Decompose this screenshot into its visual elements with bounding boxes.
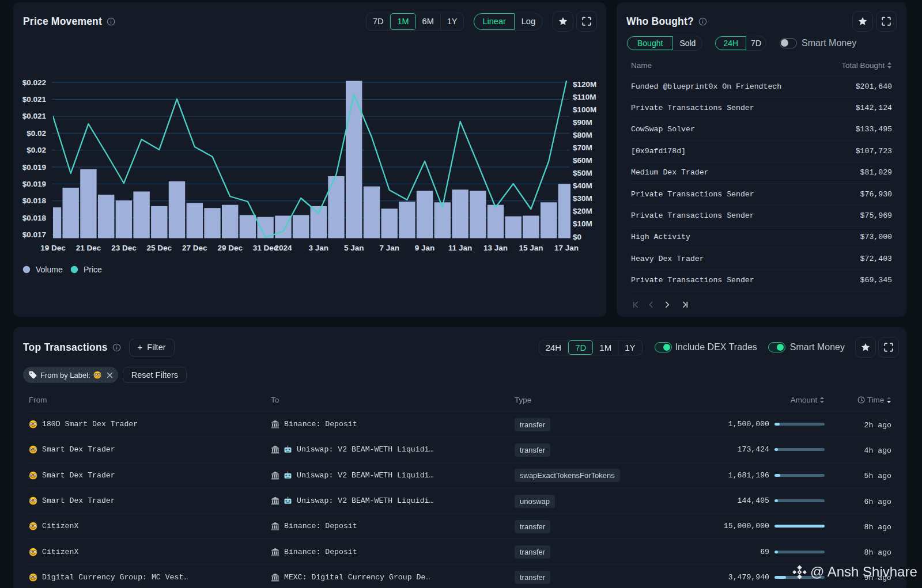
svg-text:$50M: $50M	[573, 169, 592, 177]
svg-text:$0: $0	[573, 233, 581, 241]
svg-text:$80M: $80M	[573, 131, 592, 139]
svg-text:13 Jan: 13 Jan	[483, 244, 508, 252]
svg-text:$30M: $30M	[573, 194, 592, 203]
svg-text:Volume: Volume	[36, 265, 63, 274]
svg-text:17 Jan: 17 Jan	[554, 244, 579, 252]
svg-text:19 Dec: 19 Dec	[40, 244, 66, 252]
svg-text:$0.017: $0.017	[22, 230, 46, 239]
svg-text:$0.019: $0.019	[22, 180, 46, 188]
svg-text:$0.019: $0.019	[22, 163, 46, 172]
svg-text:11 Jan: 11 Jan	[448, 244, 472, 252]
svg-text:$0.02: $0.02	[27, 146, 46, 154]
svg-text:5 Jan: 5 Jan	[344, 244, 364, 252]
svg-text:7 Jan: 7 Jan	[379, 244, 399, 252]
svg-text:29 Dec: 29 Dec	[217, 244, 243, 252]
svg-text:21 Dec: 21 Dec	[76, 244, 101, 252]
svg-text:$0.021: $0.021	[22, 95, 47, 104]
svg-text:25 Dec: 25 Dec	[147, 244, 172, 252]
svg-text:$100M: $100M	[573, 105, 596, 114]
svg-text:$0.018: $0.018	[22, 214, 47, 222]
svg-text:$20M: $20M	[573, 207, 592, 215]
svg-text:$70M: $70M	[573, 143, 592, 152]
svg-text:$0.018: $0.018	[22, 196, 47, 205]
svg-text:$90M: $90M	[573, 118, 592, 127]
svg-text:23 Dec: 23 Dec	[111, 244, 137, 252]
svg-text:2024: 2024	[274, 244, 292, 252]
svg-text:27 Dec: 27 Dec	[182, 244, 207, 252]
svg-text:9 Jan: 9 Jan	[415, 244, 435, 252]
svg-text:$60M: $60M	[573, 156, 592, 165]
svg-text:$110M: $110M	[573, 93, 596, 101]
svg-text:$120M: $120M	[573, 80, 596, 89]
svg-text:$0.02: $0.02	[27, 129, 46, 138]
svg-text:3 Jan: 3 Jan	[309, 244, 329, 252]
svg-text:15 Jan: 15 Jan	[519, 244, 543, 252]
svg-text:$0.021: $0.021	[22, 112, 47, 120]
svg-text:$40M: $40M	[573, 181, 592, 190]
svg-text:$0.022: $0.022	[22, 78, 46, 87]
svg-text:Price: Price	[84, 265, 102, 274]
svg-text:$10M: $10M	[573, 219, 592, 228]
